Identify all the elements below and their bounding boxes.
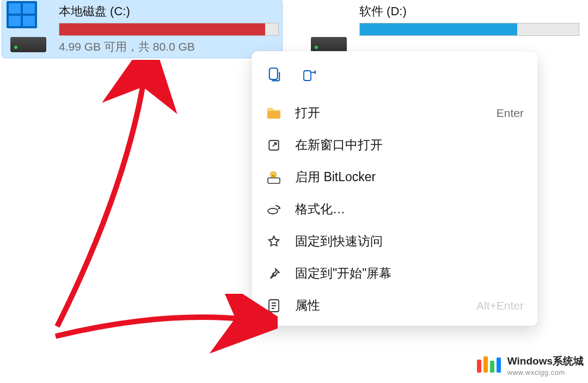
- menu-item-open[interactable]: 打开 Enter: [252, 97, 538, 129]
- watermark-url: www.wxclgg.com: [507, 368, 584, 376]
- menu-item-properties-hint: Alt+Enter: [476, 299, 524, 312]
- annotation-arrow-2: [49, 294, 278, 375]
- menu-item-format-label: 格式化…: [295, 201, 524, 218]
- windows-logo-icon: [7, 1, 37, 28]
- menu-item-properties-label: 属性: [295, 297, 463, 314]
- drive-d-usage-bar: [359, 23, 579, 36]
- drive-d-icon: [306, 3, 352, 52]
- drive-c-space: 4.99 GB 可用，共 80.0 GB: [59, 39, 279, 54]
- watermark-title: Windows系统城: [507, 354, 584, 368]
- drive-d-name: 软件 (D:): [359, 3, 579, 20]
- rotate-button[interactable]: [298, 64, 320, 86]
- properties-icon: [266, 298, 282, 314]
- context-menu: 打开 Enter 在新窗口中打开 启用 BitLocker 格式化… 固定到快速…: [252, 51, 538, 326]
- drive-c[interactable]: 本地磁盘 (C:) 4.99 GB 可用，共 80.0 GB: [2, 0, 282, 58]
- pin-icon: [266, 265, 282, 282]
- menu-item-open-label: 打开: [295, 104, 483, 121]
- star-icon: [266, 233, 282, 250]
- annotation-arrow-1: [46, 60, 264, 337]
- watermark: Windows系统城 www.wxclgg.com: [477, 354, 584, 376]
- context-menu-toolbar: [252, 61, 538, 97]
- drive-c-name: 本地磁盘 (C:): [59, 3, 279, 20]
- svg-rect-1: [304, 71, 311, 81]
- watermark-logo-icon: [477, 356, 503, 375]
- menu-item-open-new-window-label: 在新窗口中打开: [295, 137, 524, 153]
- menu-item-pin-quick-label: 固定到快速访问: [295, 233, 524, 250]
- menu-item-pin-start[interactable]: 固定到"开始"屏幕: [252, 257, 538, 289]
- menu-item-properties[interactable]: 属性 Alt+Enter: [252, 289, 538, 322]
- svg-rect-5: [272, 175, 274, 177]
- svg-point-6: [268, 208, 278, 214]
- menu-item-pin-quick[interactable]: 固定到快速访问: [252, 225, 538, 257]
- drive-c-icon: [5, 3, 51, 52]
- format-icon: [266, 201, 282, 218]
- menu-item-bitlocker-label: 启用 BitLocker: [295, 169, 524, 186]
- drive-c-usage-bar: [59, 23, 279, 36]
- folder-icon: [266, 105, 282, 121]
- menu-item-open-hint: Enter: [497, 107, 524, 120]
- rotate-icon: [301, 67, 317, 83]
- open-external-icon: [266, 137, 282, 153]
- drive-d[interactable]: 软件 (D:): [303, 0, 583, 55]
- copy-icon: [267, 67, 282, 83]
- menu-item-bitlocker[interactable]: 启用 BitLocker: [252, 161, 538, 193]
- svg-rect-3: [268, 178, 280, 183]
- menu-item-pin-start-label: 固定到"开始"屏幕: [295, 265, 524, 282]
- menu-item-format[interactable]: 格式化…: [252, 193, 538, 225]
- menu-item-open-new-window[interactable]: 在新窗口中打开: [252, 129, 538, 161]
- lock-icon: [266, 169, 282, 186]
- copy-button[interactable]: [264, 64, 285, 86]
- svg-rect-0: [270, 68, 278, 79]
